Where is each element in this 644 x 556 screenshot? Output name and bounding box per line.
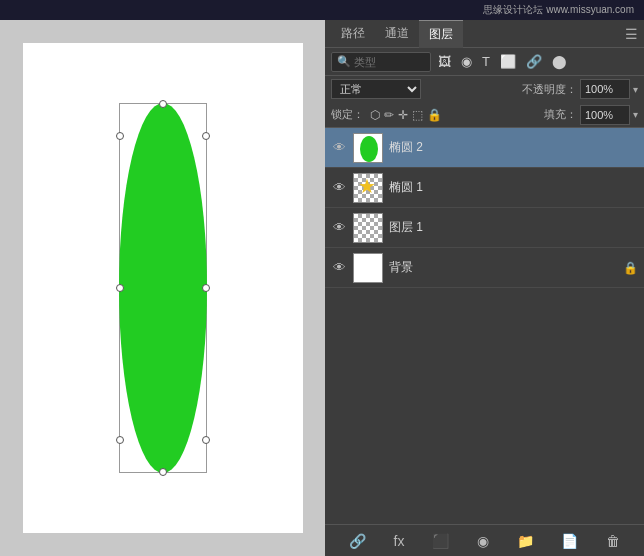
layer-item-ellipse2[interactable]: 👁 椭圆 2: [325, 128, 644, 168]
handle-top[interactable]: [159, 100, 167, 108]
panel-menu-icon[interactable]: ☰: [625, 26, 638, 42]
lock-artboard-icon[interactable]: ⬚: [412, 108, 423, 122]
handle-mid-right[interactable]: [202, 284, 210, 292]
image-icon[interactable]: 🖼: [435, 53, 454, 70]
layer-list[interactable]: 👁 椭圆 2 👁 椭圆 1 👁 图层 1 👁 背景 🔒: [325, 128, 644, 524]
fill-input[interactable]: [580, 105, 630, 125]
bottom-toolbar: 🔗 fx ⬛ ◉ 📁 📄 🗑: [325, 524, 644, 556]
layer-eye-layer1[interactable]: 👁: [331, 220, 347, 235]
layer-item-ellipse1[interactable]: 👁 椭圆 1: [325, 168, 644, 208]
opacity-chevron[interactable]: ▾: [633, 84, 638, 95]
handle-bot-right[interactable]: [202, 436, 210, 444]
panel-toolbar: 🔍 🖼 ◉ T ⬜ 🔗 ⬤: [325, 48, 644, 76]
bounding-box: [119, 103, 207, 473]
adjustment-new-icon[interactable]: ◉: [473, 531, 493, 551]
handle-top-left[interactable]: [116, 132, 124, 140]
layer-thumb-background: [353, 253, 383, 283]
layer-eye-ellipse1[interactable]: 👁: [331, 180, 347, 195]
search-input[interactable]: [354, 56, 414, 68]
handle-bot-left[interactable]: [116, 436, 124, 444]
blend-mode-select[interactable]: 正常: [331, 79, 421, 99]
folder-icon[interactable]: 📁: [513, 531, 538, 551]
tab-bar: 路径 通道 图层 ☰: [325, 20, 644, 48]
lock-all-icon[interactable]: 🔒: [427, 108, 442, 122]
lock-transparent-icon[interactable]: ⬡: [370, 108, 380, 122]
tabs-container: 路径 通道 图层: [331, 20, 463, 48]
layer-thumb-ellipse1: [353, 173, 383, 203]
layer-name-layer1: 图层 1: [389, 219, 638, 236]
tab-layers[interactable]: 图层: [419, 20, 463, 48]
fx-icon[interactable]: fx: [390, 531, 409, 551]
handle-bot[interactable]: [159, 468, 167, 476]
canvas-white: [23, 43, 303, 533]
delete-layer-icon[interactable]: 🗑: [602, 531, 624, 551]
layer-name-background: 背景: [389, 259, 617, 276]
search-box[interactable]: 🔍: [331, 52, 431, 72]
blend-row: 正常 不透明度： ▾: [325, 76, 644, 102]
search-icon: 🔍: [337, 55, 351, 68]
lock-icons: ⬡ ✏ ✛ ⬚ 🔒: [370, 108, 442, 122]
opacity-label: 不透明度：: [522, 82, 577, 97]
lock-pixels-icon[interactable]: ✏: [384, 108, 394, 122]
panels: 路径 通道 图层 ☰ 🔍 🖼 ◉ T ⬜ 🔗 ⬤ 正常 不透明度：: [325, 20, 644, 556]
opacity-input[interactable]: [580, 79, 630, 99]
layer-name-ellipse2: 椭圆 2: [389, 139, 638, 156]
tab-channel[interactable]: 通道: [375, 20, 419, 48]
layer-name-ellipse1: 椭圆 1: [389, 179, 638, 196]
layer-eye-ellipse2[interactable]: 👁: [331, 140, 347, 155]
handle-mid-left[interactable]: [116, 284, 124, 292]
green-ellipse: [119, 103, 207, 473]
lock-position-icon[interactable]: ✛: [398, 108, 408, 122]
layer-eye-background[interactable]: 👁: [331, 260, 347, 275]
adjustment-icon[interactable]: ◉: [458, 53, 475, 70]
layer-item-background[interactable]: 👁 背景 🔒: [325, 248, 644, 288]
shape-icon[interactable]: ⬜: [497, 53, 519, 70]
layer-thumb-layer1: [353, 213, 383, 243]
fill-label: 填充：: [544, 107, 577, 122]
fill-group: 填充： ▾: [544, 105, 638, 125]
lock-label: 锁定：: [331, 107, 364, 122]
dot-icon[interactable]: ⬤: [549, 53, 570, 70]
new-layer-icon[interactable]: 📄: [557, 531, 582, 551]
lock-row: 锁定： ⬡ ✏ ✛ ⬚ 🔒 填充： ▾: [325, 102, 644, 128]
opacity-group: 不透明度： ▾: [522, 79, 638, 99]
handle-top-right[interactable]: [202, 132, 210, 140]
site-watermark: 思缘设计论坛 www.missyuan.com: [483, 3, 634, 17]
link-layers-icon[interactable]: 🔗: [345, 531, 370, 551]
canvas-area: [0, 20, 325, 556]
fill-chevron[interactable]: ▾: [633, 109, 638, 120]
text-icon[interactable]: T: [479, 53, 493, 70]
layer-item-layer1[interactable]: 👁 图层 1: [325, 208, 644, 248]
tab-path[interactable]: 路径: [331, 20, 375, 48]
link-icon[interactable]: 🔗: [523, 53, 545, 70]
mask-icon[interactable]: ⬛: [428, 531, 453, 551]
top-bar: 思缘设计论坛 www.missyuan.com: [0, 0, 644, 20]
layer-thumb-ellipse2: [353, 133, 383, 163]
layer-lock-icon: 🔒: [623, 261, 638, 275]
